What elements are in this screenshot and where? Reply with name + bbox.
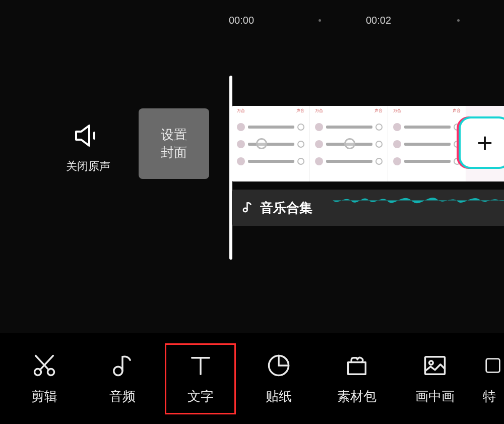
scissors-icon [31, 352, 57, 379]
plus-icon: + [477, 127, 493, 158]
material-icon [344, 352, 370, 379]
tool-audio[interactable]: 音频 [83, 340, 161, 418]
timeline-area[interactable]: 关闭原声 设置 封面 万合声音 万合声音 万合声音 [0, 76, 504, 265]
music-note-icon [241, 200, 254, 215]
effects-icon [483, 352, 503, 379]
tool-label: 音频 [109, 388, 136, 405]
audio-track-title: 音乐合集 [260, 199, 312, 217]
audio-track[interactable]: 音乐合集 [232, 190, 504, 226]
text-icon [187, 352, 214, 379]
clip-handle[interactable] [256, 138, 267, 149]
ruler-dot [319, 19, 321, 22]
clip-thumbnail[interactable]: 万合声音 [310, 106, 388, 181]
clip-thumbnail[interactable]: 万合声音 [388, 106, 466, 181]
audio-waveform [333, 190, 504, 211]
add-clip-button[interactable]: + [461, 118, 504, 167]
mute-label: 关闭原声 [66, 159, 110, 174]
tool-picture-in-picture[interactable]: 画中画 [396, 340, 474, 418]
tool-sticker[interactable]: 贴纸 [239, 340, 318, 418]
svg-point-11 [429, 360, 433, 365]
svg-point-6 [113, 367, 122, 375]
note-icon [109, 352, 136, 379]
tool-text[interactable]: 文字 [161, 340, 239, 418]
tool-label: 素材包 [337, 388, 376, 405]
tool-label: 文字 [187, 388, 214, 405]
clip-handle[interactable] [344, 138, 355, 149]
tool-label: 特 [483, 388, 496, 405]
ruler-dot [457, 19, 460, 22]
tool-label: 剪辑 [31, 388, 57, 405]
tool-label: 画中画 [415, 388, 455, 405]
tool-label: 贴纸 [266, 388, 292, 405]
set-cover-button[interactable]: 设置 封面 [139, 108, 209, 179]
bottom-toolbar: 剪辑 音频 文字 [0, 333, 504, 424]
cover-label-line1: 设置 [161, 126, 187, 144]
speaker-icon [74, 124, 102, 150]
svg-rect-12 [486, 358, 500, 372]
ruler-tick-2: 00:02 [366, 15, 391, 26]
tool-edit[interactable]: 剪辑 [5, 340, 83, 418]
clip-thumbnail[interactable]: 万合声音 [232, 106, 310, 181]
tool-effects[interactable]: 特 [474, 340, 504, 418]
cover-label-line2: 封面 [161, 144, 187, 161]
ruler-tick-1: 00:00 [229, 15, 254, 26]
pip-icon [422, 352, 448, 379]
mute-original-sound-button[interactable]: 关闭原声 [55, 124, 121, 174]
tool-material-pack[interactable]: 素材包 [318, 340, 396, 418]
sticker-icon [266, 352, 292, 379]
time-ruler[interactable]: 00:00 00:02 [0, 10, 504, 30]
